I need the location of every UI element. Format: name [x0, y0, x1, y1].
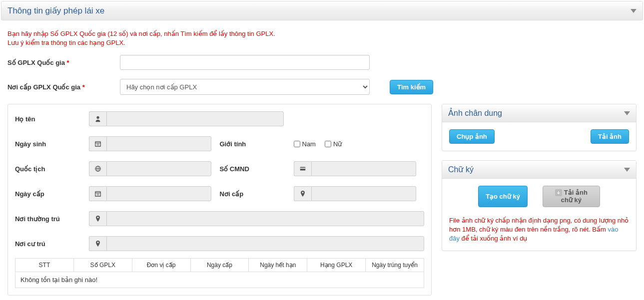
chevron-down-icon[interactable]: [624, 168, 630, 172]
chevron-down-icon[interactable]: [624, 111, 630, 115]
th-expiry: Ngày hết hạn: [249, 259, 307, 272]
row-nationality: Quốc tịch: [15, 161, 220, 176]
main-panel-header: Thông tin giấy phép lái xe: [1, 1, 643, 20]
license-number-input[interactable]: [120, 55, 370, 70]
row-dob: Ngày sinh: [15, 136, 220, 151]
curr-addr-group: [89, 236, 424, 251]
issue-place-group: [294, 186, 416, 201]
hint-line-1: Bạn hãy nhập Số GPLX Quốc gia (12 số) và…: [7, 29, 637, 38]
collapse-toggle-icon[interactable]: [631, 9, 637, 13]
main-layout: Họ tên Ngày sinh: [7, 104, 637, 296]
label-curr-addr: Nơi cư trú: [15, 240, 89, 248]
row-idno: Số CMND: [220, 161, 425, 176]
label-idno: Số CMND: [220, 165, 294, 173]
gender-male-option[interactable]: Nam: [294, 140, 316, 148]
perm-addr-group: [89, 211, 424, 226]
upload-photo-button[interactable]: Tải ảnh: [591, 129, 629, 144]
table-row-empty: Không tồn tại bản ghi nào!: [15, 272, 424, 288]
signature-title: Chữ ký: [448, 165, 474, 174]
th-stt: STT: [15, 259, 74, 272]
label-fullname: Họ tên: [15, 115, 89, 123]
panel-title: Thông tin giấy phép lái xe: [7, 5, 104, 16]
globe-icon: [89, 161, 106, 176]
row-issue-date: Ngày cấp: [15, 186, 220, 201]
main-container: Bạn hãy nhập Số GPLX Quốc gia (12 số) và…: [0, 20, 644, 300]
nationality-field: [106, 161, 211, 176]
issue-date-group: [89, 186, 211, 201]
row-perm-addr: Nơi thường trú: [15, 211, 424, 226]
card-icon: [294, 161, 311, 176]
issue-place-field: [311, 186, 416, 201]
curr-addr-field: [106, 236, 424, 251]
hint-text: Bạn hãy nhập Số GPLX Quốc gia (12 số) và…: [7, 25, 637, 55]
calendar-icon: [89, 136, 106, 151]
idno-field: [311, 161, 416, 176]
label-perm-addr: Nơi thường trú: [15, 215, 89, 223]
signature-body: Tạo chữ ký +Tải ảnh chữ ký File ảnh chữ …: [442, 179, 636, 250]
row-license-number: Số GPLX Quốc gia: [7, 55, 637, 70]
signature-panel: Chữ ký Tạo chữ ký +Tải ảnh chữ ký File ả…: [442, 160, 637, 251]
row-curr-addr: Nơi cư trú: [15, 236, 424, 251]
signature-header: Chữ ký: [442, 161, 636, 179]
gender-female-option[interactable]: Nữ: [325, 140, 342, 148]
signature-note: File ảnh chữ ký chấp nhận định dạng png,…: [449, 216, 629, 244]
row-gender: Giới tính Nam Nữ: [220, 136, 425, 151]
row-license-place: Nơi cấp GPLX Quốc gia Hãy chọn nơi cấp G…: [7, 79, 637, 95]
plus-icon: +: [555, 189, 562, 196]
search-button[interactable]: Tìm kiếm: [390, 80, 433, 94]
th-pass: Ngày trúng tuyển: [366, 259, 424, 272]
field-grid: Họ tên Ngày sinh: [15, 111, 424, 255]
nationality-group: [89, 161, 211, 176]
dob-field: [106, 136, 211, 151]
fullname-field: [106, 111, 284, 126]
label-license-number: Số GPLX Quốc gia: [7, 59, 120, 66]
row-fullname: Họ tên: [15, 111, 424, 126]
fullname-group: [89, 111, 284, 126]
create-signature-button[interactable]: Tạo chữ ký: [478, 186, 528, 207]
hint-line-2: Lưu ý kiểm tra thông tin các hạng GPLX.: [7, 38, 637, 47]
upload-signature-button[interactable]: +Tải ảnh chữ ký: [543, 186, 600, 207]
label-nationality: Quốc tịch: [15, 165, 89, 173]
th-issuer: Đơn vị cấp: [132, 259, 190, 272]
portrait-title: Ảnh chân dung: [448, 108, 502, 118]
perm-addr-field: [106, 211, 424, 226]
table-head: STT Số GPLX Đơn vị cấp Ngày cấp Ngày hết…: [15, 259, 424, 272]
calendar-icon: [89, 186, 106, 201]
no-data-cell: Không tồn tại bản ghi nào!: [15, 272, 424, 288]
location-icon: [89, 211, 106, 226]
label-license-place: Nơi cấp GPLX Quốc gia: [7, 83, 120, 91]
capture-photo-button[interactable]: Chụp ảnh: [449, 129, 495, 144]
license-table: STT Số GPLX Đơn vị cấp Ngày cấp Ngày hết…: [15, 258, 424, 288]
th-date: Ngày cấp: [190, 259, 249, 272]
row-issue-place: Nơi cấp: [220, 186, 425, 201]
svg-rect-8: [300, 168, 305, 169]
label-issue-date: Ngày cấp: [15, 190, 89, 198]
license-place-select[interactable]: Hãy chọn nơi cấp GPLX: [120, 79, 370, 95]
gender-female-checkbox[interactable]: [325, 141, 331, 147]
location-icon: [89, 236, 106, 251]
label-issue-place: Nơi cấp: [220, 190, 294, 198]
gender-options: Nam Nữ: [294, 140, 342, 148]
right-column: Ảnh chân dung Chụp ảnh Tải ảnh Chữ ký Tạ…: [442, 104, 637, 296]
portrait-body: Chụp ảnh Tải ảnh: [442, 122, 636, 151]
location-icon: [294, 186, 311, 201]
gender-male-checkbox[interactable]: [294, 141, 300, 147]
info-box: Họ tên Ngày sinh: [7, 104, 432, 296]
portrait-panel: Ảnh chân dung Chụp ảnh Tải ảnh: [442, 104, 637, 151]
dob-group: [89, 136, 211, 151]
person-icon: [89, 111, 106, 126]
portrait-header: Ảnh chân dung: [442, 104, 636, 122]
th-class: Hạng GPLX: [307, 259, 366, 272]
label-dob: Ngày sinh: [15, 140, 89, 148]
issue-date-field: [106, 186, 211, 201]
th-number: Số GPLX: [73, 259, 132, 272]
label-gender: Giới tính: [220, 140, 294, 148]
idno-group: [294, 161, 416, 176]
signature-buttons: Tạo chữ ký +Tải ảnh chữ ký: [478, 186, 600, 207]
left-column: Họ tên Ngày sinh: [7, 104, 432, 296]
